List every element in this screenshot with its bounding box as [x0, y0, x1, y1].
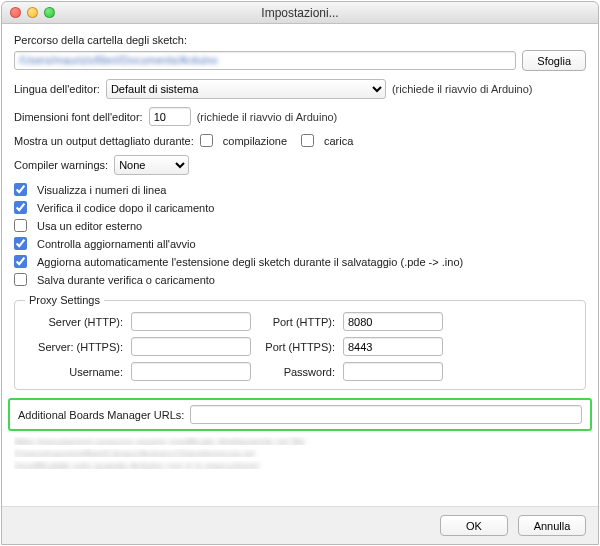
sketchbook-label: Percorso della cartella degli sketch: — [14, 34, 586, 46]
language-label: Lingua dell'editor: — [14, 83, 100, 95]
sketchbook-path-field[interactable]: /Users/mauriziofilieri/Documents/Arduino — [14, 51, 516, 70]
warnings-label: Compiler warnings: — [14, 159, 108, 171]
language-hint: (richiede il riavvio di Arduino) — [392, 83, 533, 95]
preferences-window: Impostazioni... Percorso della cartella … — [1, 1, 599, 545]
language-select[interactable]: Default di sistema — [106, 79, 386, 99]
verbose-label: Mostra un output dettagliato durante: — [14, 135, 194, 147]
boards-urls-field[interactable] — [190, 405, 582, 424]
proxy-http-server-field[interactable] — [131, 312, 251, 331]
updates-label: Controlla aggiornamenti all'avvio — [37, 238, 196, 250]
updates-checkbox[interactable] — [14, 237, 27, 250]
proxy-http-port-label: Port (HTTP): — [257, 316, 337, 328]
proxy-legend: Proxy Settings — [25, 294, 104, 306]
boards-urls-label: Additional Boards Manager URLs: — [18, 409, 184, 421]
verbose-compile-label: compilazione — [223, 135, 287, 147]
fontsize-field[interactable] — [149, 107, 191, 126]
proxy-https-server-label: Server: (HTTPS): — [25, 341, 125, 353]
prefs-file-note: Altre impostazioni possono essere modifi… — [14, 437, 586, 469]
fontsize-label: Dimensioni font dell'editor: — [14, 111, 143, 123]
autoext-checkbox[interactable] — [14, 255, 27, 268]
proxy-http-port-field[interactable] — [343, 312, 443, 331]
ok-button[interactable]: OK — [440, 515, 508, 536]
proxy-settings-group: Proxy Settings Server (HTTP): Port (HTTP… — [14, 294, 586, 390]
proxy-username-field[interactable] — [131, 362, 251, 381]
verify-checkbox[interactable] — [14, 201, 27, 214]
external-label: Usa un editor esterno — [37, 220, 142, 232]
proxy-https-port-label: Port (HTTPS): — [257, 341, 337, 353]
proxy-http-server-label: Server (HTTP): — [25, 316, 125, 328]
proxy-password-label: Password: — [257, 366, 337, 378]
browse-button[interactable]: Sfoglia — [522, 50, 586, 71]
verbose-upload-label: carica — [324, 135, 353, 147]
external-checkbox[interactable] — [14, 219, 27, 232]
fontsize-hint: (richiede il riavvio di Arduino) — [197, 111, 338, 123]
verbose-compile-checkbox[interactable] — [200, 134, 213, 147]
cancel-button[interactable]: Annulla — [518, 515, 586, 536]
autoext-label: Aggiorna automaticamente l'estensione de… — [37, 256, 463, 268]
warnings-select[interactable]: None — [114, 155, 189, 175]
titlebar: Impostazioni... — [2, 2, 598, 24]
linenumbers-checkbox[interactable] — [14, 183, 27, 196]
saveverify-label: Salva durante verifica o caricamento — [37, 274, 215, 286]
linenumbers-label: Visualizza i numeri di linea — [37, 184, 166, 196]
verify-label: Verifica il codice dopo il caricamento — [37, 202, 214, 214]
saveverify-checkbox[interactable] — [14, 273, 27, 286]
proxy-username-label: Username: — [25, 366, 125, 378]
content-area: Percorso della cartella degli sketch: /U… — [2, 24, 598, 506]
proxy-https-port-field[interactable] — [343, 337, 443, 356]
boards-urls-highlight: Additional Boards Manager URLs: — [8, 398, 592, 431]
proxy-password-field[interactable] — [343, 362, 443, 381]
footer: OK Annulla — [2, 506, 598, 544]
window-title: Impostazioni... — [2, 6, 598, 20]
proxy-https-server-field[interactable] — [131, 337, 251, 356]
verbose-upload-checkbox[interactable] — [301, 134, 314, 147]
